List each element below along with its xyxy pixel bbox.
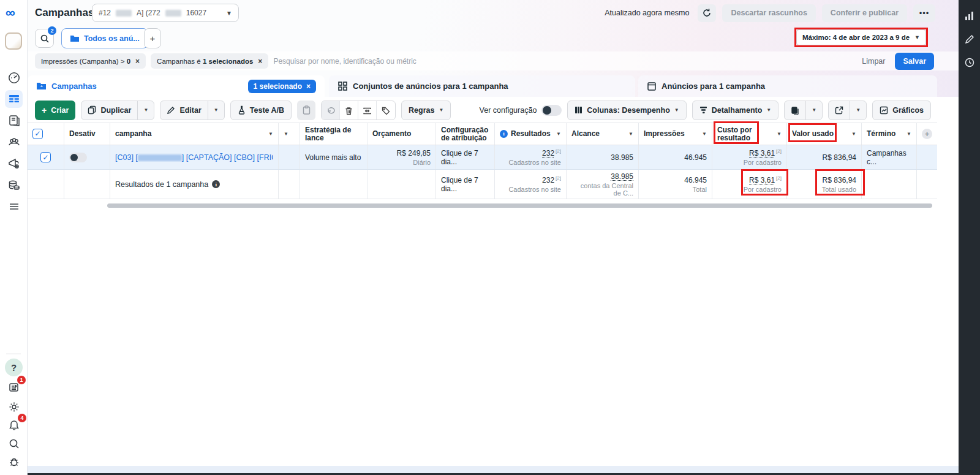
tab-all-ads[interactable]: Todos os anú... <box>61 28 148 48</box>
reports-button[interactable]: ▼ <box>784 101 823 120</box>
report-bug-icon[interactable] <box>5 453 23 471</box>
add-tab-button[interactable]: + <box>144 28 161 48</box>
edit-pencil-icon[interactable] <box>963 33 976 45</box>
more-options-button[interactable]: ••• <box>913 4 935 22</box>
chevron-down-icon: ▼ <box>766 107 771 113</box>
close-icon[interactable]: × <box>258 57 262 66</box>
rules-button[interactable]: Regras ▼ <box>401 101 451 120</box>
tab-ads[interactable]: Anúncios para 1 campanha <box>638 75 937 97</box>
close-icon[interactable]: × <box>306 82 311 91</box>
ab-test-button[interactable]: Teste A/B <box>230 101 292 120</box>
header-strategy[interactable]: Estratégia de lance <box>300 123 368 145</box>
table-header-row: ✓ Desativ campanha▼ ▼ Estratégia de lanc… <box>28 123 937 145</box>
tab-campaigns[interactable]: Campanhas 1 selecionado × <box>28 75 325 97</box>
edit-button[interactable]: Editar ▼ <box>160 101 224 120</box>
duplicate-dropdown[interactable]: ▼ <box>138 101 154 120</box>
header-impressions[interactable]: Impressões▼ <box>639 123 712 145</box>
header-reach[interactable]: Alcance▼ <box>567 123 639 145</box>
tab-adsets[interactable]: Conjuntos de anúncios para 1 campanha <box>329 75 635 97</box>
header-name[interactable]: campanha▼ <box>110 123 279 145</box>
tab-ads-label: Anúncios para 1 campanha <box>662 82 765 91</box>
account-selector[interactable]: #12 A] (272 16027 ▼ <box>92 4 239 22</box>
header-off[interactable]: Desativ <box>64 123 110 145</box>
chevron-down-icon: ▼ <box>284 130 288 138</box>
horizontal-scrollbar[interactable] <box>107 203 932 208</box>
summary-empty <box>300 170 368 199</box>
columns-button[interactable]: Colunas: Desempenho ▼ <box>567 101 686 120</box>
advertising-megaphone-icon[interactable] <box>5 154 23 172</box>
clipboard-icon <box>303 105 311 115</box>
export-dropdown[interactable]: ▼ <box>850 101 866 120</box>
charts-button[interactable]: Gráficos <box>872 101 931 120</box>
close-icon[interactable]: × <box>135 57 140 66</box>
summary-attribution: Clique de 7 dia... <box>436 170 495 199</box>
view-setup-toggle[interactable]: Ver configuração <box>480 105 562 116</box>
cell-empty <box>917 145 937 169</box>
notifications-bell-icon[interactable]: 4 <box>5 416 23 434</box>
selected-count-badge[interactable]: 1 selecionado × <box>248 80 316 93</box>
delete-button[interactable] <box>340 101 358 120</box>
settings-gear-icon[interactable] <box>5 398 23 416</box>
campaign-name-cell[interactable]: [C03] [] [CAPTAÇÃO] [CBO] [FRIO] - Melh.… <box>110 145 279 169</box>
pages-reports-icon[interactable] <box>5 112 23 129</box>
breakdown-button[interactable]: Detalhamento ▼ <box>692 101 779 120</box>
campaign-row[interactable]: ✓ [C03] [] [CAPTAÇÃO] [CBO] [FRIO] - Mel… <box>28 145 937 170</box>
export-button[interactable]: ▼ <box>828 101 867 120</box>
view-setup-label: Ver configuração <box>480 106 537 115</box>
history-clock-icon[interactable] <box>963 56 976 69</box>
header-end[interactable]: Término▼ <box>862 123 917 145</box>
header-extra[interactable]: ▼ <box>279 123 300 145</box>
header-attribution[interactable]: Configuração de atribuição <box>436 123 495 145</box>
undo-icon <box>326 107 335 115</box>
performance-chart-icon[interactable] <box>963 10 976 22</box>
discard-drafts-button[interactable]: Descartar rascunhos <box>722 4 815 22</box>
top-bar: Campanhas #12 A] (272 16027 ▼ Atualizado… <box>28 0 959 26</box>
audiences-icon[interactable] <box>5 133 23 151</box>
help-button[interactable]: ? <box>5 359 23 376</box>
row-status-toggle[interactable] <box>64 145 110 169</box>
date-range-selector[interactable]: Máximo: 4 de abr de 2023 a 9 de ▼ <box>796 29 926 45</box>
edit-dropdown[interactable]: ▼ <box>208 101 224 120</box>
left-sidebar: ∞ ? 1 4 <box>0 0 28 475</box>
filter-pill-impressions[interactable]: Impressões (Campanha) > 0 × <box>35 53 146 69</box>
create-button[interactable]: + Criar <box>35 101 75 120</box>
ads-reporting-gauge-icon[interactable] <box>5 69 23 86</box>
header-select-all[interactable]: ✓ <box>28 123 64 145</box>
account-avatar[interactable] <box>5 32 22 50</box>
billing-coins-icon[interactable] <box>5 176 23 194</box>
summary-reach[interactable]: 38.985contas da Central de C... <box>567 170 639 199</box>
tag-button[interactable] <box>377 101 395 120</box>
all-tools-menu-icon[interactable] <box>5 197 23 215</box>
duplicate-button[interactable]: Duplicar ▼ <box>81 101 154 120</box>
campaigns-table-icon[interactable] <box>5 90 23 108</box>
meta-logo-icon[interactable]: ∞ <box>6 6 15 20</box>
summary-cost[interactable]: R$ 3,61[2]Por cadastro <box>712 170 787 199</box>
cell-results[interactable]: 232[2]Cadastros no site <box>495 145 567 169</box>
search-filter-button[interactable]: 2 <box>35 29 54 48</box>
review-publish-button[interactable]: Conferir e publicar <box>822 4 907 22</box>
chevron-down-icon: ▼ <box>702 130 707 138</box>
clear-filters-button[interactable]: Limpar <box>862 57 885 66</box>
view-toolbar: Ver configuração Colunas: Desempenho ▼ D… <box>480 100 931 120</box>
sidebar-search-icon[interactable] <box>5 435 23 452</box>
filter-pill-campaigns[interactable]: Campanhas é 1 selecionados × <box>151 53 268 69</box>
reports-dropdown[interactable]: ▼ <box>806 101 822 120</box>
header-cost-per-result[interactable]: Custo por resultado▼ <box>712 123 787 145</box>
add-column-button[interactable]: + <box>917 123 937 145</box>
export-import-button[interactable] <box>358 101 377 120</box>
pencil-icon <box>167 106 175 115</box>
summary-empty <box>368 170 436 199</box>
header-amount-spent[interactable]: Valor usado▼ <box>787 123 862 145</box>
refresh-button[interactable] <box>698 4 716 22</box>
search-input[interactable] <box>273 57 530 66</box>
cell-cost[interactable]: R$ 3,61[2]Por cadastro <box>712 145 787 169</box>
save-button[interactable]: Salvar <box>895 53 934 70</box>
header-budget[interactable]: Orçamento <box>368 123 436 145</box>
row-checkbox[interactable]: ✓ <box>28 145 64 169</box>
tab-all-ads-label: Todos os anú... <box>84 34 140 43</box>
header-results[interactable]: iResultados▼ <box>495 123 567 145</box>
summary-empty <box>862 170 917 199</box>
whats-new-icon[interactable]: 1 <box>5 378 23 396</box>
chevron-down-icon: ▼ <box>907 130 911 138</box>
tag-icon <box>382 107 390 115</box>
